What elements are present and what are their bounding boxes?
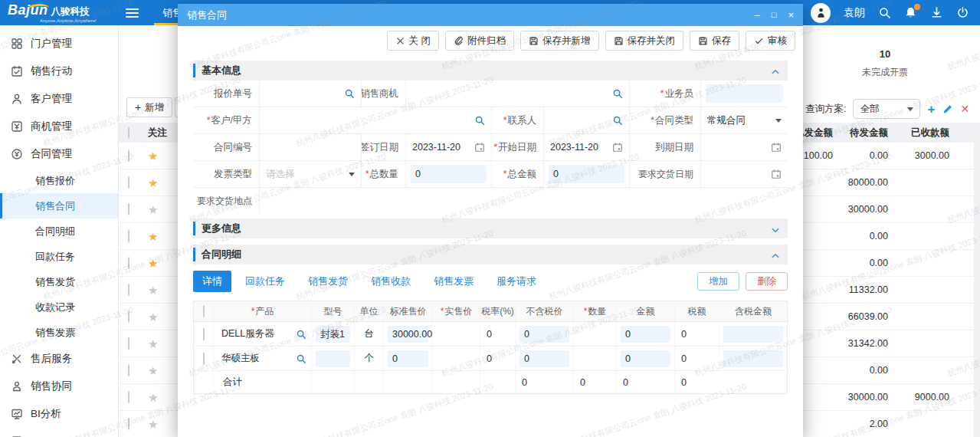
- search-icon[interactable]: [878, 6, 891, 19]
- section-contract-detail[interactable]: 合同明细: [193, 245, 788, 264]
- sidebar-item-receipt-record[interactable]: 收款记录: [0, 294, 118, 320]
- power-icon[interactable]: [956, 6, 969, 19]
- sidebar-item-opportunity[interactable]: 商机管理: [0, 113, 118, 140]
- query-plan-select[interactable]: 全部: [853, 99, 920, 119]
- delete-query-plan-icon[interactable]: ✕: [960, 104, 969, 114]
- row-checkbox[interactable]: [203, 328, 205, 340]
- row-checkbox[interactable]: [128, 364, 129, 376]
- opportunity-field[interactable]: [406, 80, 630, 107]
- audit-button[interactable]: 审核: [746, 31, 795, 51]
- menu-toggle-icon[interactable]: [126, 8, 139, 18]
- row-checkbox[interactable]: [203, 353, 205, 365]
- edit-pencil-icon[interactable]: [942, 104, 953, 115]
- sidebar-item-sales-delivery[interactable]: 销售发货: [0, 269, 118, 294]
- select-all-checkbox[interactable]: [203, 305, 205, 317]
- sidebar-item-contract-detail[interactable]: 合同明细: [0, 219, 118, 244]
- section-basic-info[interactable]: 基本信息: [193, 61, 788, 80]
- excl-tax-field[interactable]: 0: [516, 347, 574, 371]
- row-checkbox[interactable]: [128, 310, 129, 323]
- save-new-button[interactable]: 保存并新增: [520, 31, 599, 51]
- product-cell[interactable]: 华硕主板: [214, 347, 312, 371]
- std-price-field[interactable]: 30000.00: [384, 322, 433, 347]
- sidebar-item-sales-action[interactable]: 销售行动: [0, 58, 118, 85]
- add-row-button[interactable]: 增加: [697, 272, 739, 291]
- contract-no-field[interactable]: [260, 134, 362, 160]
- chevron-up-icon[interactable]: [771, 66, 780, 75]
- row-checkbox[interactable]: [128, 176, 129, 189]
- delete-row-button[interactable]: 删除: [746, 272, 788, 291]
- detail-tab-service[interactable]: 服务请求: [487, 271, 546, 292]
- sidebar-item-contract[interactable]: 合同管理: [0, 140, 118, 168]
- star-icon[interactable]: ★: [148, 338, 160, 350]
- customer-field[interactable]: [260, 107, 492, 133]
- actual-price-field[interactable]: [433, 322, 480, 347]
- end-date-field[interactable]: [701, 134, 788, 160]
- sidebar-item-sales-synergy[interactable]: 销售协同: [0, 373, 118, 400]
- incl-tax-field[interactable]: [719, 322, 788, 347]
- row-checkbox[interactable]: [128, 391, 129, 403]
- invoice-type-select[interactable]: 请选择: [260, 161, 362, 187]
- sidebar-item-more-partial[interactable]: [0, 428, 118, 437]
- delivery-date-field[interactable]: [701, 161, 788, 187]
- star-icon[interactable]: ★: [148, 150, 160, 162]
- qty-field[interactable]: [574, 347, 617, 371]
- star-icon[interactable]: ★: [148, 365, 160, 376]
- row-checkbox[interactable]: [128, 150, 129, 162]
- sign-date-field[interactable]: 2023-11-20: [406, 134, 492, 160]
- sidebar-item-sales-contract[interactable]: 销售合同: [0, 193, 118, 219]
- download-icon[interactable]: [930, 6, 943, 19]
- total-amount-field[interactable]: 0: [544, 161, 630, 187]
- contract-type-select[interactable]: 常规合同: [701, 107, 788, 133]
- add-new-button[interactable]: + 新增: [126, 97, 172, 117]
- add-query-plan-icon[interactable]: +: [927, 103, 935, 116]
- row-checkbox[interactable]: [128, 257, 129, 269]
- user-avatar[interactable]: [811, 3, 831, 23]
- detail-tab-delivery[interactable]: 销售发货: [299, 271, 357, 292]
- chevron-down-icon[interactable]: [771, 224, 780, 233]
- vertical-scrollbar[interactable]: [974, 123, 980, 437]
- notifications-bell-icon[interactable]: [904, 6, 917, 19]
- amount-field[interactable]: 0: [617, 322, 675, 347]
- save-close-button[interactable]: 保存并关闭: [605, 31, 684, 51]
- incl-tax-field[interactable]: [719, 347, 788, 371]
- detail-tab-invoice[interactable]: 销售发票: [424, 271, 483, 292]
- salesman-field[interactable]: [701, 80, 788, 107]
- actual-price-field[interactable]: [433, 347, 480, 371]
- save-button[interactable]: 保存: [690, 31, 739, 51]
- star-icon[interactable]: ★: [148, 419, 160, 430]
- star-icon[interactable]: ★: [148, 204, 160, 215]
- star-icon[interactable]: ★: [148, 177, 160, 189]
- star-icon[interactable]: ★: [148, 258, 160, 269]
- maximize-icon[interactable]: □: [772, 11, 777, 19]
- std-price-field[interactable]: 0: [384, 347, 433, 371]
- star-icon[interactable]: ★: [148, 311, 160, 323]
- row-checkbox[interactable]: [128, 203, 129, 215]
- sidebar-item-payment-task[interactable]: 回款任务: [0, 244, 118, 269]
- row-checkbox[interactable]: [128, 337, 129, 350]
- search-icon[interactable]: [296, 353, 306, 364]
- sidebar-item-sales-quote[interactable]: 销售报价: [0, 168, 118, 193]
- chevron-up-icon[interactable]: [771, 250, 780, 259]
- sidebar-item-portal[interactable]: 门户管理: [0, 30, 118, 58]
- row-checkbox[interactable]: [128, 418, 129, 430]
- detail-tab-detail[interactable]: 详情: [193, 271, 231, 292]
- sidebar-item-bi-analysis[interactable]: BI分析: [0, 400, 118, 428]
- stat-card-unfinished-invoicing[interactable]: 10 未完成开票: [839, 48, 931, 79]
- qty-field[interactable]: [574, 322, 617, 347]
- total-qty-field[interactable]: 0: [406, 161, 492, 187]
- close-button[interactable]: 关 闭: [387, 31, 439, 51]
- product-cell[interactable]: DELL服务器: [214, 322, 312, 347]
- archive-button[interactable]: 附件归档: [445, 31, 514, 51]
- amount-field[interactable]: 0: [617, 347, 675, 371]
- star-icon[interactable]: ★: [148, 392, 160, 403]
- model-field[interactable]: [312, 347, 355, 371]
- row-checkbox[interactable]: [128, 284, 129, 296]
- star-icon[interactable]: ★: [148, 284, 160, 296]
- minimize-icon[interactable]: –: [755, 10, 760, 20]
- start-date-field[interactable]: 2023-11-20: [544, 134, 630, 160]
- excl-tax-field[interactable]: 0: [516, 322, 574, 347]
- contact-field[interactable]: [544, 107, 630, 133]
- row-checkbox[interactable]: [128, 230, 129, 242]
- detail-tab-receipt[interactable]: 销售收款: [362, 271, 420, 292]
- section-more-info[interactable]: 更多信息: [193, 219, 788, 238]
